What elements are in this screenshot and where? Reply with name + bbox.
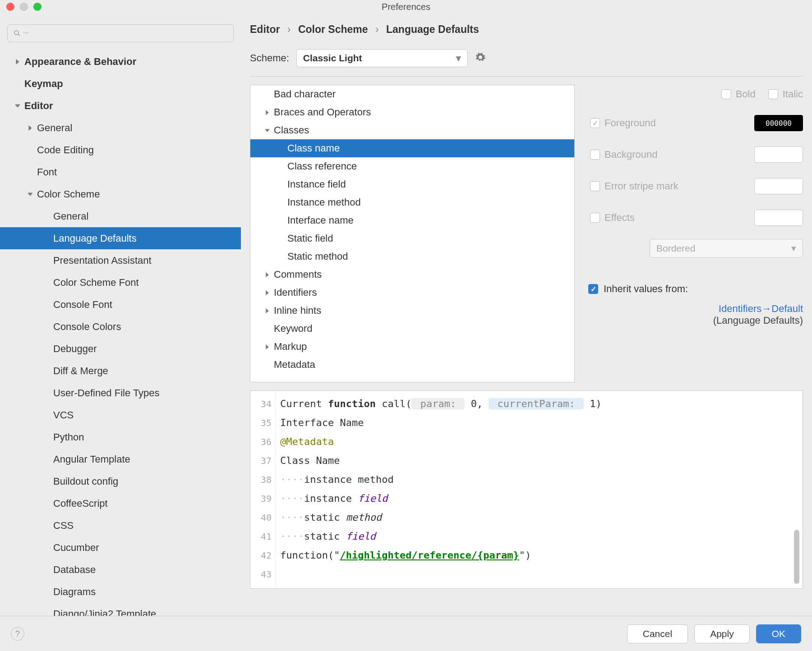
inherit-checkbox[interactable] <box>588 284 598 294</box>
attribute-row[interactable]: Bad character <box>250 85 574 103</box>
sidebar-item[interactable]: Color Scheme Font <box>0 271 241 293</box>
scheme-select[interactable]: Classic Light ▾ <box>296 49 468 67</box>
sidebar-item-label: CoffeeScript <box>53 498 108 509</box>
effects-select[interactable]: Bordered ▾ <box>650 239 803 258</box>
sidebar-item[interactable]: User-Defined File Types <box>0 382 241 404</box>
sidebar-item-label: Color Scheme Font <box>53 277 139 289</box>
sidebar-item[interactable]: Debugger <box>0 338 241 360</box>
italic-checkbox[interactable] <box>768 89 778 99</box>
italic-label: Italic <box>783 88 803 100</box>
effects-checkbox[interactable] <box>590 213 600 223</box>
sidebar-item[interactable]: Language Defaults <box>0 227 241 249</box>
sidebar-item[interactable]: Angular Template <box>0 448 241 470</box>
sidebar-item[interactable]: CSS <box>0 514 241 536</box>
settings-tree[interactable]: Appearance & BehaviorKeymapEditorGeneral… <box>0 46 241 616</box>
attribute-label: Braces and Operators <box>274 106 371 118</box>
sidebar-item[interactable]: Cucumber <box>0 536 241 559</box>
bold-label: Bold <box>736 88 756 100</box>
sidebar-item[interactable]: CoffeeScript <box>0 492 241 514</box>
sidebar-item-label: Angular Template <box>53 454 130 465</box>
svg-point-0 <box>14 31 18 35</box>
attribute-label: Instance method <box>287 197 361 208</box>
attribute-label: Class name <box>287 142 340 154</box>
sidebar-item[interactable]: Buildout config <box>0 470 241 492</box>
sidebar-item[interactable]: Keymap <box>0 73 241 95</box>
attribute-row[interactable]: Class reference <box>250 157 574 175</box>
attribute-row[interactable]: Instance field <box>250 175 574 193</box>
sidebar-item[interactable]: Python <box>0 426 241 448</box>
attribute-row[interactable]: Static method <box>250 248 574 266</box>
gear-icon[interactable] <box>475 52 486 65</box>
sidebar-item-label: Diagrams <box>53 586 96 598</box>
attribute-row[interactable]: Markup <box>250 338 574 356</box>
foreground-checkbox[interactable] <box>590 118 600 128</box>
sidebar-item[interactable]: Database <box>0 559 241 581</box>
inherit-link[interactable]: Identifiers→Default <box>719 303 803 314</box>
effects-swatch[interactable] <box>754 210 803 226</box>
sidebar-item-label: Cucumber <box>53 542 99 554</box>
sidebar-item[interactable]: Appearance & Behavior <box>0 50 241 73</box>
window-title: Preferences <box>0 2 812 12</box>
sidebar-item[interactable]: General <box>0 205 241 227</box>
chevron-down-icon: ▾ <box>456 53 461 64</box>
attribute-row[interactable]: Class name <box>250 139 574 157</box>
sidebar-item[interactable]: Console Colors <box>0 316 241 338</box>
sidebar-item[interactable]: Diagrams <box>0 581 241 603</box>
sidebar-item[interactable]: Font <box>0 161 241 183</box>
foreground-swatch[interactable]: 000000 <box>754 115 803 131</box>
cancel-button[interactable]: Cancel <box>627 624 688 643</box>
attribute-row[interactable]: Braces and Operators <box>250 103 574 121</box>
preview-editor: 34353637383940414243 Current function ca… <box>250 390 803 589</box>
sidebar-item-label: Editor <box>24 100 53 112</box>
attribute-row[interactable]: Interface name <box>250 211 574 229</box>
attribute-label: Instance field <box>287 179 346 190</box>
attribute-row[interactable]: Metadata <box>250 356 574 374</box>
footer: ? Cancel Apply OK <box>0 616 812 651</box>
background-swatch[interactable] <box>754 147 803 163</box>
attribute-label: Class reference <box>287 160 357 172</box>
breadcrumb-c: Language Defaults <box>386 23 479 35</box>
sidebar-item[interactable]: Console Font <box>0 293 241 316</box>
attribute-options: Bold Italic Foreground 000000 Background… <box>588 85 803 382</box>
inherit-label: Inherit values from: <box>604 283 688 295</box>
sidebar-item-label: Color Scheme <box>37 188 100 200</box>
sidebar-item-label: Appearance & Behavior <box>24 56 136 68</box>
sidebar-item[interactable]: Diff & Merge <box>0 360 241 382</box>
ok-button[interactable]: OK <box>756 624 801 643</box>
attribute-row[interactable]: Keyword <box>250 320 574 338</box>
attribute-row[interactable]: Inline hints <box>250 302 574 320</box>
chevron-down-icon: ▾ <box>791 243 796 254</box>
sidebar-item[interactable]: Color Scheme <box>0 183 241 205</box>
attribute-row[interactable]: Identifiers <box>250 284 574 302</box>
attribute-row[interactable]: Comments <box>250 266 574 284</box>
bold-checkbox[interactable] <box>721 89 731 99</box>
sidebar-item[interactable]: Code Editing <box>0 139 241 161</box>
sidebar-item[interactable]: VCS <box>0 404 241 426</box>
preview-scrollbar[interactable] <box>792 391 802 588</box>
sidebar-item[interactable]: General <box>0 117 241 139</box>
sidebar-item[interactable]: Django/Jinja2 Template <box>0 603 241 616</box>
scheme-value: Classic Light <box>303 53 362 64</box>
attribute-row[interactable]: Static field <box>250 229 574 248</box>
apply-button[interactable]: Apply <box>694 624 750 643</box>
attribute-row[interactable]: Classes <box>250 121 574 139</box>
code: Current function call( param: 0, current… <box>276 391 803 588</box>
help-icon[interactable]: ? <box>11 627 24 641</box>
sidebar-item[interactable]: Editor <box>0 95 241 117</box>
errorstripe-checkbox[interactable] <box>590 181 600 191</box>
attribute-row[interactable]: Instance method <box>250 193 574 211</box>
sidebar-item-label: Console Colors <box>53 321 121 333</box>
errorstripe-swatch[interactable] <box>754 178 803 194</box>
search-input[interactable]: ﹀ <box>7 24 234 42</box>
attribute-label: Static field <box>287 233 333 244</box>
content: ﹀ Appearance & BehaviorKeymapEditorGener… <box>0 14 812 616</box>
sidebar-item-label: Django/Jinja2 Template <box>53 608 156 616</box>
sidebar-item-label: Debugger <box>53 343 97 355</box>
sidebar-item-label: Presentation Assistant <box>53 255 152 266</box>
breadcrumb-a: Editor <box>250 23 280 35</box>
sidebar-item[interactable]: Presentation Assistant <box>0 249 241 271</box>
background-checkbox[interactable] <box>590 150 600 160</box>
search-icon <box>13 29 21 37</box>
attribute-list[interactable]: Bad characterBraces and OperatorsClasses… <box>250 85 575 382</box>
errorstripe-label: Error stripe mark <box>604 180 678 192</box>
